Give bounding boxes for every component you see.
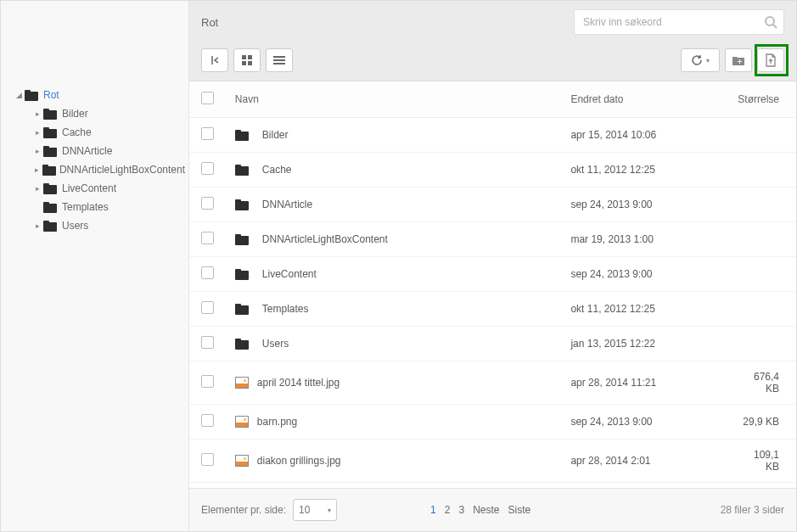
folder-icon [235, 165, 249, 176]
tree-label: LiveContent [62, 182, 116, 194]
row-checkbox[interactable] [201, 266, 214, 279]
column-date[interactable]: Endret dato [562, 81, 729, 118]
folder-icon [235, 304, 249, 315]
file-date: okt 11, 2012 12:25 [562, 292, 729, 327]
file-size: 676,4 KB [729, 361, 796, 405]
tree-node[interactable]: ▸DNNArticle [4, 142, 185, 160]
chevron-right-icon: ▸ [33, 109, 42, 118]
folder-icon [235, 269, 249, 280]
column-name[interactable]: Navn [227, 81, 563, 118]
grid-view-button[interactable] [233, 48, 261, 72]
footer: Elementer pr. side: 10 ▾ 1 2 3 Neste Sis… [189, 488, 796, 531]
table-row[interactable]: Cacheokt 11, 2012 12:25 [189, 153, 796, 188]
svg-point-0 [766, 17, 774, 25]
file-name: Users [262, 338, 289, 350]
toolbar [189, 43, 796, 81]
page-next[interactable]: Neste [473, 504, 499, 516]
tree-node[interactable]: ▸DNNArticleLightBoxContent [4, 160, 185, 179]
file-date: apr 28, 2014 11:21 [562, 361, 729, 405]
table-row[interactable]: LiveContentsep 24, 2013 9:00 [189, 257, 796, 292]
file-date: mar 19, 2013 1:00 [562, 222, 729, 257]
table-row[interactable]: Usersjan 13, 2015 12:22 [189, 327, 796, 361]
chevron-right-icon: ▸ [33, 165, 41, 174]
chevron-right-icon [33, 203, 42, 211]
table-row[interactable]: barn.pngsep 24, 2013 9:0029,9 KB [189, 405, 796, 440]
table-row[interactable]: DNNArticleLightBoxContentmar 19, 2013 1:… [189, 222, 796, 257]
list-view-button[interactable] [266, 48, 293, 72]
row-checkbox[interactable] [201, 375, 214, 388]
tree-label: Users [62, 220, 88, 232]
file-date: apr 15, 2014 10:06 [562, 118, 729, 153]
file-size [729, 222, 796, 257]
row-checkbox[interactable] [201, 127, 214, 140]
tree-node[interactable]: ▸Bilder [4, 104, 185, 123]
folder-icon [42, 165, 54, 176]
tree-node[interactable]: Templates [4, 198, 185, 216]
folder-icon [43, 202, 57, 213]
file-name: Templates [262, 303, 309, 315]
tree-label: Templates [62, 201, 109, 213]
file-size [729, 257, 796, 292]
page-3[interactable]: 3 [458, 504, 464, 516]
tree-node[interactable]: ▸Users [4, 216, 185, 235]
row-checkbox[interactable] [201, 301, 214, 314]
file-table: Navn Endret dato Størrelse Bilderapr 15,… [189, 81, 796, 483]
image-icon [235, 377, 249, 389]
chevron-right-icon: ▸ [33, 184, 42, 193]
image-icon [235, 455, 249, 467]
file-name: barn.png [257, 416, 297, 428]
page-1[interactable]: 1 [430, 504, 436, 516]
page-last[interactable]: Siste [508, 504, 530, 516]
file-date: sep 24, 2013 9:00 [562, 257, 729, 292]
new-folder-button[interactable] [725, 48, 752, 72]
row-checkbox[interactable] [201, 232, 214, 244]
tree-node[interactable]: ▸LiveContent [4, 179, 185, 198]
topbar: Rot [189, 1, 796, 43]
chevron-down-icon: ▾ [328, 507, 331, 514]
per-page-select[interactable]: 10 ▾ [293, 499, 337, 521]
file-table-wrap: Navn Endret dato Størrelse Bilderapr 15,… [189, 81, 796, 488]
page-2[interactable]: 2 [445, 504, 451, 516]
list-icon [273, 56, 285, 64]
file-size: 109,1 KB [729, 440, 796, 483]
svg-line-1 [773, 25, 777, 28]
row-checkbox[interactable] [201, 162, 214, 175]
chevron-right-icon: ▸ [33, 221, 42, 230]
tree-label: DNNArticleLightBoxContent [59, 164, 185, 176]
row-checkbox[interactable] [201, 453, 214, 466]
file-size [729, 118, 796, 153]
per-page-value: 10 [299, 504, 310, 516]
search-input[interactable] [574, 9, 784, 35]
table-row[interactable]: DNNArticlesep 24, 2013 9:00 [189, 188, 796, 222]
folder-icon [235, 199, 249, 210]
search-wrap [574, 9, 784, 35]
tree-label: Rot [43, 89, 59, 101]
upload-file-button[interactable] [757, 48, 784, 72]
tree-node-root[interactable]: ◢ Rot [4, 86, 185, 104]
file-date: jan 13, 2015 12:22 [562, 327, 729, 361]
pagination: 1 2 3 Neste Siste [430, 504, 530, 516]
row-checkbox[interactable] [201, 336, 214, 349]
row-checkbox[interactable] [201, 197, 214, 210]
table-row[interactable]: diakon grillings.jpgapr 28, 2014 2:01109… [189, 440, 796, 483]
refresh-button[interactable] [681, 48, 720, 72]
table-row[interactable]: Templatesokt 11, 2012 12:25 [189, 292, 796, 327]
chevron-down-icon: ◢ [14, 91, 23, 99]
footer-info: 28 filer 3 sider [721, 504, 784, 516]
file-size: 29,9 KB [729, 405, 796, 440]
file-name: DNNArticleLightBoxContent [262, 233, 388, 245]
folder-icon [235, 234, 249, 245]
search-icon[interactable] [764, 15, 777, 31]
row-checkbox[interactable] [201, 414, 214, 427]
select-all-checkbox[interactable] [201, 92, 214, 104]
collapse-button[interactable] [201, 48, 228, 72]
folder-icon [43, 109, 57, 120]
table-row[interactable]: Bilderapr 15, 2014 10:06 [189, 118, 796, 153]
tree-node[interactable]: ▸Cache [4, 123, 185, 142]
table-row[interactable]: april 2014 tittel.jpgapr 28, 2014 11:216… [189, 361, 796, 405]
sidebar: ◢ Rot ▸Bilder▸Cache▸DNNArticle▸DNNArticl… [1, 1, 189, 531]
main-panel: Rot [189, 1, 796, 531]
file-size [729, 188, 796, 222]
folder-tree: ◢ Rot ▸Bilder▸Cache▸DNNArticle▸DNNArticl… [4, 86, 185, 235]
column-size[interactable]: Størrelse [729, 81, 796, 118]
